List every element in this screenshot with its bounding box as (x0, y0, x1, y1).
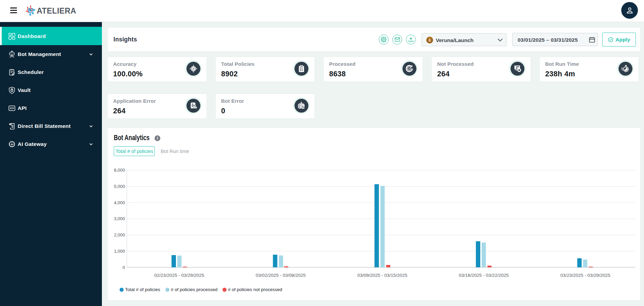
svg-text:5,000: 5,000 (114, 184, 125, 189)
svg-text:03/16/2025 - 03/22/2025: 03/16/2025 - 03/22/2025 (459, 273, 509, 278)
svg-text:4,000: 4,000 (114, 200, 125, 205)
svg-text:6,000: 6,000 (114, 168, 125, 173)
svg-text:1,000: 1,000 (114, 249, 125, 254)
svg-text:2,000: 2,000 (114, 232, 125, 237)
svg-text:02/23/2025 - 03/29/2025: 02/23/2025 - 03/29/2025 (154, 273, 204, 278)
svg-text:3,000: 3,000 (114, 216, 125, 221)
svg-text:03/23/2025 - 03/29/2025: 03/23/2025 - 03/29/2025 (560, 273, 610, 278)
svg-text:$: $ (10, 123, 11, 125)
svg-text:0: 0 (123, 265, 125, 270)
svg-text:03/09/2025 - 03/15/2025: 03/09/2025 - 03/15/2025 (357, 273, 407, 278)
svg-text:AI: AI (11, 143, 13, 146)
svg-text:03/02/2025 - 03/08/2025: 03/02/2025 - 03/08/2025 (256, 273, 306, 278)
